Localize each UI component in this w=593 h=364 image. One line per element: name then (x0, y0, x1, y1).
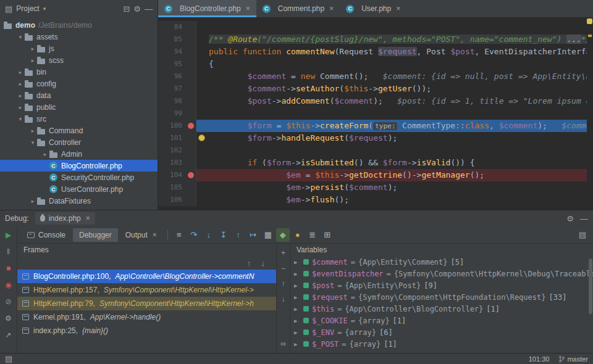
frame-up-icon[interactable]: ↑ (247, 259, 251, 268)
pause-icon[interactable]: ‖ (7, 248, 10, 255)
gutter-icons[interactable] (187, 181, 196, 194)
move-watch-up-icon[interactable]: ↑ (282, 279, 285, 288)
variable-row-cookie[interactable]: ▶$_COOKIE={array}[1] (290, 315, 593, 326)
chevron-collapsed-icon[interactable]: ▶ (294, 283, 300, 289)
close-icon[interactable]: × (329, 4, 334, 13)
debug-hide-icon[interactable]: — (580, 214, 588, 223)
chevron-collapsed-icon[interactable]: ▸ (16, 93, 25, 99)
code-text[interactable]: /** @Route("/comment/{postSlug}/new", me… (209, 33, 593, 46)
chevron-expanded-icon[interactable]: ▾ (16, 116, 25, 122)
gutter-icons[interactable] (187, 120, 196, 132)
tree-item-scss[interactable]: ▸scss (0, 54, 158, 66)
gutter-icons[interactable] (187, 33, 196, 46)
settings-icon[interactable]: ⚙ (133, 4, 141, 14)
breakpoint-icon[interactable] (188, 123, 194, 129)
chevron-collapsed-icon[interactable]: ▸ (28, 57, 37, 64)
frame-down-icon[interactable]: ↓ (261, 259, 266, 268)
line-number[interactable]: 95 (158, 58, 187, 70)
chevron-collapsed-icon[interactable]: ▸ (16, 81, 25, 87)
project-pane-icon[interactable]: ▤ (5, 4, 12, 14)
close-icon[interactable]: × (86, 214, 90, 223)
frame-row-blogcontroller-php-100[interactable]: BlogController.php:100, App\Controller\B… (17, 270, 276, 283)
gutter-icons[interactable] (187, 21, 196, 33)
step-out-icon[interactable]: ↑ (232, 228, 245, 242)
editor-tab-blogcontroller-php[interactable]: CBlogController.php× (158, 0, 256, 17)
gutter-icons[interactable] (187, 83, 196, 95)
variable-row-env[interactable]: ▶$_ENV={array}[6] (290, 326, 593, 338)
line-number[interactable]: 100 (158, 120, 187, 132)
frame-row-httpkernel-php-79[interactable]: HttpKernel.php:79, Symfony\Component\Htt… (17, 297, 276, 310)
code-text[interactable]: $post->addComment($comment); $post: {id … (209, 95, 593, 107)
gutter-icons[interactable] (187, 58, 196, 70)
debug-session-tab[interactable]: index.php × (35, 212, 95, 225)
line-number[interactable]: 103 (158, 157, 187, 169)
chevron-collapsed-icon[interactable]: ▸ (28, 46, 37, 52)
warning-marker-icon[interactable] (587, 19, 592, 24)
debug-tab-debugger[interactable]: Debugger (73, 228, 118, 242)
gutter-icons[interactable] (187, 132, 196, 144)
frame-row-index-php-25[interactable]: index.php:25, {main}() (17, 324, 276, 337)
debug-settings-icon[interactable]: ⚙ (566, 214, 574, 223)
chevron-collapsed-icon[interactable]: ▸ (28, 128, 37, 134)
code-text[interactable] (209, 144, 593, 157)
gutter-icons[interactable] (187, 144, 196, 157)
tree-item-assets[interactable]: ▾assets (0, 31, 158, 43)
tree-item-demo[interactable]: demo/JetBrains/demo (0, 19, 158, 31)
code-text[interactable]: $comment->setAuthor($this->getUser()); (209, 83, 593, 95)
tree-item-js[interactable]: ▸js (0, 43, 158, 54)
debug-tab-console[interactable]: Console (21, 228, 72, 242)
inline-values-icon[interactable]: ◆ (276, 228, 290, 242)
add-watch-list-icon[interactable]: ⊞ (321, 228, 334, 242)
gutter-icons[interactable] (187, 157, 196, 169)
code-text[interactable]: public function commentNew(Request $requ… (209, 46, 593, 58)
debug-tab-output[interactable]: Output× (119, 228, 163, 242)
frame-row-httpkernel-php-157[interactable]: HttpKernel.php:157, Symfony\Component\Ht… (17, 283, 276, 297)
chevron-collapsed-icon[interactable]: ▶ (294, 306, 300, 312)
tree-item-admin[interactable]: ▸Admin (0, 148, 158, 160)
variable-row-eventdispatcher[interactable]: ▶$eventDispatcher={Symfony\Component\Htt… (290, 268, 593, 279)
code-text[interactable]: $em = $this->getDoctrine()->getManager()… (209, 169, 593, 181)
line-number[interactable]: 98 (158, 95, 187, 107)
code-text[interactable]: if ($form->isSubmitted() && $form->isVal… (209, 157, 593, 169)
code-text[interactable] (209, 21, 593, 33)
view-as-table-icon[interactable]: ▦ (261, 228, 275, 242)
breakpoint-icon[interactable] (188, 172, 194, 178)
close-icon[interactable]: × (246, 4, 250, 13)
chevron-collapsed-icon[interactable]: ▸ (28, 198, 37, 204)
editor-tab-comment-php[interactable]: CComment.php× (256, 0, 340, 17)
chevron-expanded-icon[interactable]: ▾ (16, 34, 25, 40)
pin-icon[interactable]: ↗ (5, 331, 11, 339)
tree-item-securitycontroller-php[interactable]: CSecurityController.php (0, 172, 158, 183)
code-text[interactable]: $em->flush(); (209, 194, 593, 206)
tree-item-blogcontroller-php[interactable]: CBlogController.php (0, 160, 158, 172)
step-over-icon[interactable]: ↷ (187, 228, 201, 242)
chevron-collapsed-icon[interactable]: ▶ (294, 341, 300, 347)
resume-icon[interactable]: ▶ (6, 231, 11, 239)
code-text[interactable]: { (209, 58, 593, 70)
line-number[interactable]: 84 (158, 21, 187, 33)
git-branch-widget[interactable]: master (559, 355, 588, 363)
chevron-collapsed-icon[interactable]: ▸ (16, 69, 25, 75)
intention-bulb-icon[interactable] (198, 134, 205, 141)
project-title[interactable]: Project (16, 4, 39, 13)
variable-row-this[interactable]: ▶$this={App\Controller\BlogController}[1… (290, 303, 593, 315)
settings-icon[interactable]: ⚙ (5, 315, 12, 322)
tree-item-usercontroller-php[interactable]: CUserController.php (0, 183, 158, 195)
line-number[interactable]: 101 (158, 132, 187, 144)
evaluate-arbitrary-icon[interactable]: ∞ (280, 339, 286, 348)
chevron-collapsed-icon[interactable]: ▶ (294, 271, 300, 277)
line-number[interactable]: 102 (158, 144, 187, 157)
gutter-icons[interactable] (187, 95, 196, 107)
tree-item-src[interactable]: ▾src (0, 113, 158, 125)
chevron-expanded-icon[interactable]: ▾ (28, 139, 37, 146)
chevron-collapsed-icon[interactable]: ▸ (16, 104, 25, 110)
evaluate-expression-icon[interactable]: ● (291, 228, 305, 242)
tree-item-command[interactable]: ▸Command (0, 125, 158, 136)
chevron-down-icon[interactable]: ▾ (43, 6, 46, 12)
step-into-icon[interactable]: ↓ (202, 228, 216, 242)
run-to-cursor-icon[interactable]: ↦ (246, 228, 260, 242)
gutter-icons[interactable] (187, 194, 196, 206)
close-icon[interactable]: × (396, 4, 400, 13)
variable-row-comment[interactable]: ▶$comment={App\Entity\Comment}[5] (290, 256, 593, 268)
tool-window-toggle-icon[interactable]: ▤ (5, 354, 12, 363)
